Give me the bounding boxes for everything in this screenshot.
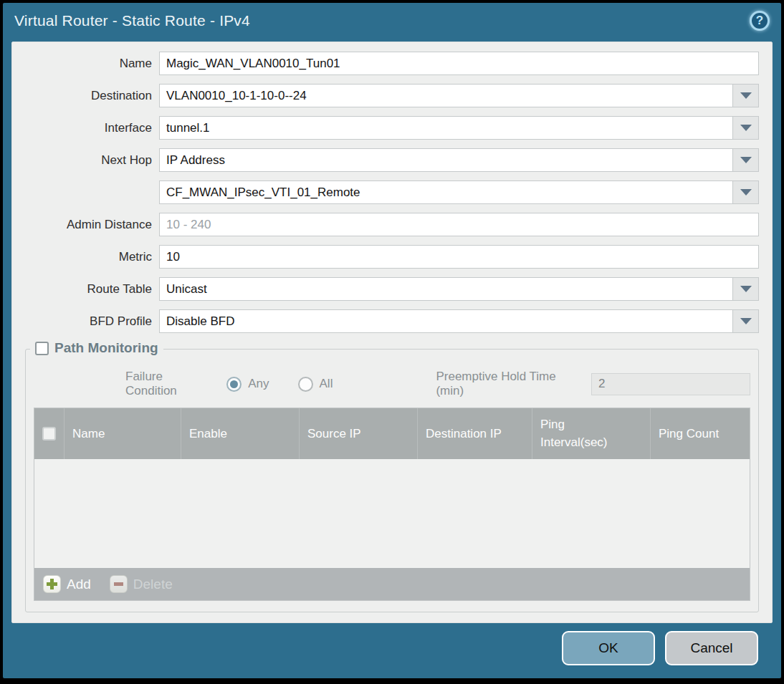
interface-label: Interface [12,121,159,135]
next-hop-address-dropdown-button[interactable] [732,181,758,203]
table-toolbar: Add Delete [34,568,750,600]
bfd-profile-select[interactable] [160,310,732,332]
name-row: Name [12,52,759,75]
static-route-dialog: Virtual Router - Static Route - IPv4 ? N… [3,3,781,678]
admin-distance-label: Admin Distance [12,218,159,232]
next-hop-row: Next Hop [12,148,759,172]
path-monitoring-table: Name Enable Source IP Destination IP Pin… [34,408,750,601]
path-monitoring-title: Path Monitoring [54,340,158,356]
next-hop-dropdown-button[interactable] [732,149,758,171]
table-body-empty[interactable] [34,459,750,568]
table-header-row: Name Enable Source IP Destination IP Pin… [34,408,750,459]
failure-any-radio[interactable] [226,377,242,392]
column-header-ping-interval[interactable]: Ping Interval(sec) [532,408,651,459]
route-table-dropdown-button[interactable] [732,278,758,300]
path-monitoring-section: Path Monitoring Failure Condition Any Al… [25,349,759,612]
cancel-button[interactable]: Cancel [665,631,758,665]
name-label: Name [12,57,159,71]
chevron-down-icon [740,318,752,324]
column-header-ping-count[interactable]: Ping Count [651,408,750,459]
column-header-destination-ip[interactable]: Destination IP [418,408,532,459]
route-table-row: Route Table [12,277,759,301]
bfd-profile-combo [159,309,759,333]
chevron-down-icon [740,92,752,99]
destination-label: Destination [12,89,159,103]
dialog-titlebar: Virtual Router - Static Route - IPv4 ? [3,3,781,39]
select-all-cell [34,408,64,459]
chevron-down-icon [740,157,752,163]
name-input[interactable] [159,52,759,75]
add-button-label: Add [67,577,91,592]
help-icon[interactable]: ? [750,11,770,31]
preemptive-hold-time-input[interactable] [591,373,750,395]
metric-input[interactable] [159,245,759,269]
next-hop-address-combo [159,180,759,204]
chevron-down-icon [740,189,752,196]
next-hop-address-row [12,180,759,204]
destination-input[interactable] [160,85,732,107]
minus-icon [110,575,128,593]
column-header-source-ip[interactable]: Source IP [300,408,418,459]
bfd-profile-dropdown-button[interactable] [732,310,758,332]
select-all-checkbox[interactable] [42,427,56,440]
dialog-content-panel: Name Destination Interface [11,42,773,623]
plus-icon [43,575,61,593]
column-header-enable[interactable]: Enable [181,408,300,459]
failure-any-label: Any [248,377,269,391]
path-monitoring-legend: Path Monitoring [30,340,163,356]
add-button[interactable]: Add [43,575,91,593]
column-header-name[interactable]: Name [64,408,181,459]
interface-row: Interface [12,116,759,140]
admin-distance-row: Admin Distance [12,213,759,236]
admin-distance-input[interactable] [159,213,759,236]
dialog-footer: OK Cancel [562,631,758,665]
next-hop-combo [159,148,759,172]
path-monitoring-checkbox[interactable] [35,342,49,355]
route-table-label: Route Table [12,282,159,297]
bfd-profile-row: BFD Profile [12,309,759,333]
interface-dropdown-button[interactable] [732,117,758,139]
chevron-down-icon [740,125,752,131]
failure-all-radio[interactable] [298,377,313,392]
interface-input[interactable] [160,117,732,139]
destination-dropdown-button[interactable] [732,85,758,107]
dialog-title: Virtual Router - Static Route - IPv4 [14,12,250,29]
next-hop-address-input[interactable] [160,181,732,203]
failure-condition-label: Failure Condition [125,370,216,398]
interface-combo [159,116,759,140]
destination-row: Destination [12,84,759,107]
failure-condition-row: Failure Condition Any All Preemptive Hol… [34,372,750,395]
metric-label: Metric [12,250,159,264]
next-hop-label: Next Hop [12,153,159,168]
failure-all-label: All [320,377,333,391]
chevron-down-icon [740,286,752,292]
delete-button[interactable]: Delete [110,575,173,593]
route-table-select[interactable] [160,278,732,300]
delete-button-label: Delete [133,577,173,592]
route-table-combo [159,277,759,301]
ok-button[interactable]: OK [562,631,655,665]
next-hop-select[interactable] [160,149,732,171]
preemptive-hold-time-label: Preemptive Hold Time (min) [436,370,585,398]
metric-row: Metric [12,245,759,269]
destination-combo [159,84,759,107]
bfd-profile-label: BFD Profile [12,314,159,329]
